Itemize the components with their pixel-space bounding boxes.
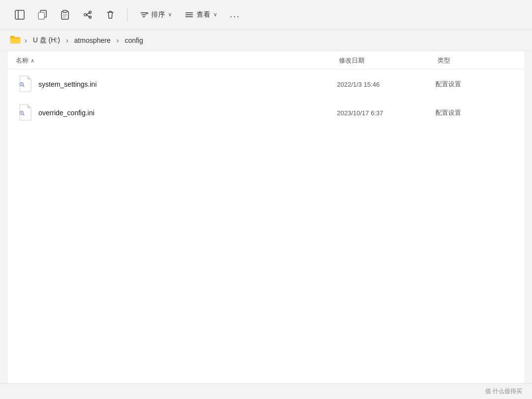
- breadcrumb-item-drive[interactable]: U 盘 (H:): [31, 35, 62, 46]
- svg-point-16: [21, 84, 22, 85]
- more-button[interactable]: ...: [225, 5, 245, 25]
- file-name: override_config.ini: [38, 109, 337, 117]
- delete-button[interactable]: [100, 5, 120, 25]
- breadcrumb: › U 盘 (H:) › atmosphere › config: [0, 30, 532, 51]
- sort-button[interactable]: 排序 ∨: [134, 7, 177, 22]
- column-date-header[interactable]: 修改日期: [339, 56, 437, 65]
- view-label: 查看: [197, 10, 210, 19]
- sort-arrow-icon: ∧: [31, 58, 34, 64]
- more-label: ...: [230, 9, 240, 20]
- paste-button[interactable]: [55, 5, 75, 25]
- svg-rect-0: [15, 10, 24, 19]
- file-date: 2022/1/3 15:46: [337, 81, 435, 88]
- file-list-header: 名称 ∧ 修改日期 类型: [8, 51, 524, 69]
- view-button[interactable]: 查看 ∨: [180, 7, 222, 22]
- breadcrumb-sep-0: ›: [25, 36, 27, 44]
- view-chevron-icon: ∨: [213, 11, 217, 18]
- file-icon: [18, 104, 33, 122]
- file-type: 配置设置: [435, 80, 514, 89]
- file-date: 2023/10/17 6:37: [337, 109, 435, 117]
- toolbar: 排序 ∨ 查看 ∨ ...: [0, 0, 532, 30]
- svg-rect-3: [38, 12, 44, 19]
- folder-icon: [10, 35, 21, 46]
- breadcrumb-item-atmosphere[interactable]: atmosphere: [72, 35, 113, 45]
- file-icon: [18, 75, 33, 93]
- file-name: system_settings.ini: [38, 80, 337, 88]
- column-name-header[interactable]: 名称 ∧: [16, 56, 339, 65]
- sort-label: 排序: [151, 10, 165, 19]
- status-text: 值 什么值得买: [485, 387, 522, 396]
- copy-button[interactable]: [33, 5, 52, 25]
- toolbar-separator-1: [127, 8, 128, 22]
- table-row[interactable]: override_config.ini 2023/10/17 6:37 配置设置: [10, 99, 522, 127]
- panel-toggle-button[interactable]: [10, 5, 30, 25]
- share-button[interactable]: [78, 5, 98, 25]
- file-list-container: 名称 ∧ 修改日期 类型 system_settings.ini 2022/1/…: [8, 51, 524, 383]
- file-type: 配置设置: [435, 108, 514, 117]
- column-type-header[interactable]: 类型: [437, 56, 516, 65]
- breadcrumb-sep-1: ›: [66, 36, 68, 44]
- table-row[interactable]: system_settings.ini 2022/1/3 15:46 配置设置: [10, 70, 522, 98]
- sort-chevron-icon: ∨: [168, 11, 172, 18]
- svg-point-19: [21, 112, 22, 113]
- svg-rect-5: [63, 10, 67, 12]
- status-bar: 值 什么值得买: [0, 383, 532, 399]
- breadcrumb-item-config[interactable]: config: [123, 35, 145, 45]
- breadcrumb-sep-2: ›: [117, 36, 119, 44]
- file-rows: system_settings.ini 2022/1/3 15:46 配置设置 …: [8, 70, 524, 127]
